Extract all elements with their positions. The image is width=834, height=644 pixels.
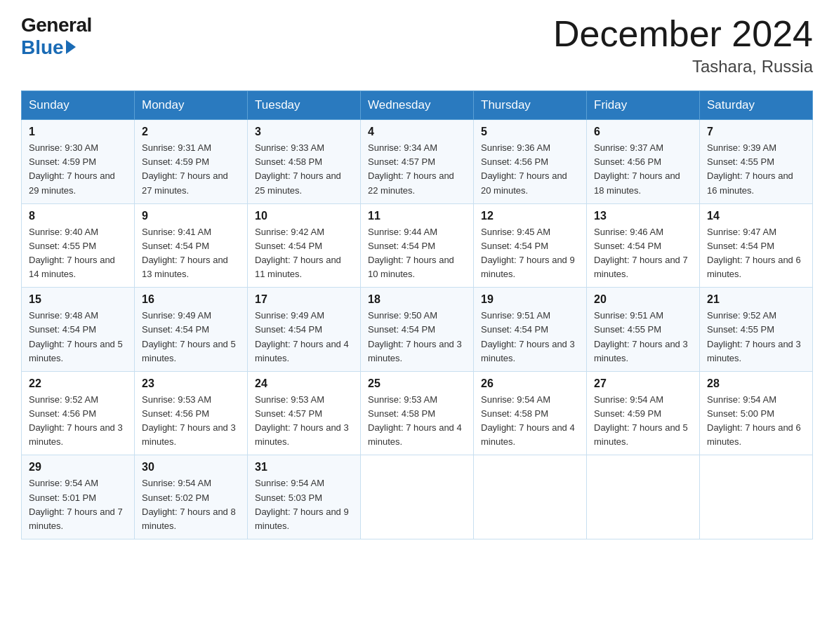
table-row: 5 Sunrise: 9:36 AMSunset: 4:56 PMDayligh…	[474, 120, 587, 204]
title-block: December 2024 Tashara, Russia	[553, 14, 813, 76]
calendar-week-row: 29 Sunrise: 9:54 AMSunset: 5:01 PMDaylig…	[22, 455, 813, 539]
table-row: 22 Sunrise: 9:52 AMSunset: 4:56 PMDaylig…	[22, 371, 135, 455]
header-row: Sunday Monday Tuesday Wednesday Thursday…	[22, 91, 813, 120]
col-sunday: Sunday	[22, 91, 135, 120]
table-row: 14 Sunrise: 9:47 AMSunset: 4:54 PMDaylig…	[700, 203, 813, 288]
day-number: 17	[255, 293, 353, 306]
table-row: 27 Sunrise: 9:54 AMSunset: 4:59 PMDaylig…	[587, 371, 700, 455]
table-row: 28 Sunrise: 9:54 AMSunset: 5:00 PMDaylig…	[700, 371, 813, 455]
day-info: Sunrise: 9:54 AMSunset: 4:58 PMDaylight:…	[481, 394, 575, 447]
day-info: Sunrise: 9:53 AMSunset: 4:58 PMDaylight:…	[368, 394, 462, 447]
logo-general-text: General	[21, 14, 92, 36]
table-row: 29 Sunrise: 9:54 AMSunset: 5:01 PMDaylig…	[22, 455, 135, 539]
day-number: 25	[368, 377, 466, 390]
col-wednesday: Wednesday	[361, 91, 474, 120]
day-info: Sunrise: 9:54 AMSunset: 5:02 PMDaylight:…	[142, 478, 236, 530]
col-monday: Monday	[135, 91, 248, 120]
month-title: December 2024	[553, 14, 813, 54]
table-row: 2 Sunrise: 9:31 AMSunset: 4:59 PMDayligh…	[135, 120, 248, 204]
day-info: Sunrise: 9:51 AMSunset: 4:55 PMDaylight:…	[594, 310, 688, 363]
day-info: Sunrise: 9:45 AMSunset: 4:54 PMDaylight:…	[481, 227, 575, 279]
day-number: 24	[255, 377, 353, 390]
table-row: 26 Sunrise: 9:54 AMSunset: 4:58 PMDaylig…	[474, 371, 587, 455]
day-info: Sunrise: 9:49 AMSunset: 4:54 PMDaylight:…	[255, 310, 349, 363]
location-subtitle: Tashara, Russia	[553, 57, 813, 76]
day-number: 19	[481, 293, 579, 306]
table-row: 19 Sunrise: 9:51 AMSunset: 4:54 PMDaylig…	[474, 288, 587, 372]
day-number: 3	[255, 126, 353, 138]
day-info: Sunrise: 9:54 AMSunset: 5:00 PMDaylight:…	[707, 394, 801, 447]
day-info: Sunrise: 9:51 AMSunset: 4:54 PMDaylight:…	[481, 310, 575, 363]
day-info: Sunrise: 9:30 AMSunset: 4:59 PMDaylight:…	[29, 142, 115, 195]
col-thursday: Thursday	[474, 91, 587, 120]
table-row	[587, 455, 700, 539]
day-info: Sunrise: 9:44 AMSunset: 4:54 PMDaylight:…	[368, 227, 454, 279]
day-info: Sunrise: 9:46 AMSunset: 4:54 PMDaylight:…	[594, 227, 688, 279]
day-info: Sunrise: 9:53 AMSunset: 4:56 PMDaylight:…	[142, 394, 236, 447]
table-row: 8 Sunrise: 9:40 AMSunset: 4:55 PMDayligh…	[22, 203, 135, 288]
day-number: 23	[142, 377, 240, 390]
day-number: 18	[368, 293, 466, 306]
day-info: Sunrise: 9:49 AMSunset: 4:54 PMDaylight:…	[142, 310, 236, 363]
day-info: Sunrise: 9:54 AMSunset: 5:01 PMDaylight:…	[29, 478, 123, 530]
day-number: 20	[594, 293, 692, 306]
table-row: 23 Sunrise: 9:53 AMSunset: 4:56 PMDaylig…	[135, 371, 248, 455]
day-info: Sunrise: 9:31 AMSunset: 4:59 PMDaylight:…	[142, 142, 228, 195]
col-saturday: Saturday	[700, 91, 813, 120]
calendar-week-row: 22 Sunrise: 9:52 AMSunset: 4:56 PMDaylig…	[22, 371, 813, 455]
day-number: 1	[29, 126, 127, 138]
day-number: 27	[594, 377, 692, 390]
day-number: 21	[707, 293, 805, 306]
table-row: 12 Sunrise: 9:45 AMSunset: 4:54 PMDaylig…	[474, 203, 587, 288]
calendar-week-row: 15 Sunrise: 9:48 AMSunset: 4:54 PMDaylig…	[22, 288, 813, 372]
day-number: 7	[707, 126, 805, 138]
day-number: 29	[29, 461, 127, 474]
day-number: 11	[368, 210, 466, 222]
table-row	[361, 455, 474, 539]
table-row: 10 Sunrise: 9:42 AMSunset: 4:54 PMDaylig…	[248, 203, 361, 288]
day-info: Sunrise: 9:47 AMSunset: 4:54 PMDaylight:…	[707, 227, 801, 279]
table-row: 16 Sunrise: 9:49 AMSunset: 4:54 PMDaylig…	[135, 288, 248, 372]
day-number: 12	[481, 210, 579, 222]
day-number: 30	[142, 461, 240, 474]
day-info: Sunrise: 9:40 AMSunset: 4:55 PMDaylight:…	[29, 227, 115, 279]
page-header: General Blue December 2024 Tashara, Russ…	[21, 14, 813, 76]
day-number: 14	[707, 210, 805, 222]
day-number: 9	[142, 210, 240, 222]
table-row: 9 Sunrise: 9:41 AMSunset: 4:54 PMDayligh…	[135, 203, 248, 288]
table-row: 3 Sunrise: 9:33 AMSunset: 4:58 PMDayligh…	[248, 120, 361, 204]
day-info: Sunrise: 9:52 AMSunset: 4:56 PMDaylight:…	[29, 394, 123, 447]
table-row: 13 Sunrise: 9:46 AMSunset: 4:54 PMDaylig…	[587, 203, 700, 288]
day-info: Sunrise: 9:53 AMSunset: 4:57 PMDaylight:…	[255, 394, 349, 447]
day-number: 8	[29, 210, 127, 222]
table-row: 24 Sunrise: 9:53 AMSunset: 4:57 PMDaylig…	[248, 371, 361, 455]
logo-triangle-icon	[66, 40, 76, 54]
day-number: 10	[255, 210, 353, 222]
day-number: 22	[29, 377, 127, 390]
day-info: Sunrise: 9:54 AMSunset: 4:59 PMDaylight:…	[594, 394, 688, 447]
day-info: Sunrise: 9:34 AMSunset: 4:57 PMDaylight:…	[368, 142, 454, 195]
day-info: Sunrise: 9:37 AMSunset: 4:56 PMDaylight:…	[594, 142, 680, 195]
table-row: 25 Sunrise: 9:53 AMSunset: 4:58 PMDaylig…	[361, 371, 474, 455]
day-number: 2	[142, 126, 240, 138]
day-info: Sunrise: 9:41 AMSunset: 4:54 PMDaylight:…	[142, 227, 228, 279]
day-info: Sunrise: 9:48 AMSunset: 4:54 PMDaylight:…	[29, 310, 123, 363]
day-number: 28	[707, 377, 805, 390]
table-row: 30 Sunrise: 9:54 AMSunset: 5:02 PMDaylig…	[135, 455, 248, 539]
table-row: 6 Sunrise: 9:37 AMSunset: 4:56 PMDayligh…	[587, 120, 700, 204]
calendar-body: 1 Sunrise: 9:30 AMSunset: 4:59 PMDayligh…	[22, 120, 813, 539]
day-number: 5	[481, 126, 579, 138]
table-row: 20 Sunrise: 9:51 AMSunset: 4:55 PMDaylig…	[587, 288, 700, 372]
day-info: Sunrise: 9:42 AMSunset: 4:54 PMDaylight:…	[255, 227, 341, 279]
day-number: 4	[368, 126, 466, 138]
calendar-table: Sunday Monday Tuesday Wednesday Thursday…	[21, 90, 813, 539]
table-row: 11 Sunrise: 9:44 AMSunset: 4:54 PMDaylig…	[361, 203, 474, 288]
table-row	[474, 455, 587, 539]
table-row: 4 Sunrise: 9:34 AMSunset: 4:57 PMDayligh…	[361, 120, 474, 204]
logo: General Blue	[21, 14, 92, 59]
table-row: 1 Sunrise: 9:30 AMSunset: 4:59 PMDayligh…	[22, 120, 135, 204]
day-number: 31	[255, 461, 353, 474]
day-info: Sunrise: 9:39 AMSunset: 4:55 PMDaylight:…	[707, 142, 793, 195]
col-tuesday: Tuesday	[248, 91, 361, 120]
day-number: 6	[594, 126, 692, 138]
